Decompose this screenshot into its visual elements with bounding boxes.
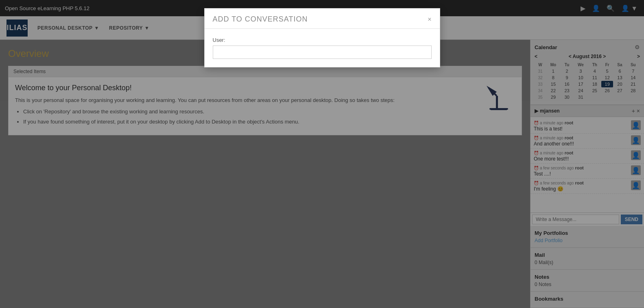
modal-close-button[interactable]: × (428, 16, 431, 23)
modal-overlay: ADD TO CONVERSATION × User: (0, 0, 644, 308)
modal-title: ADD TO CONVERSATION (213, 15, 308, 24)
modal-user-input[interactable] (213, 46, 432, 59)
modal-user-label: User: (213, 37, 432, 43)
modal-dialog: ADD TO CONVERSATION × User: (204, 8, 440, 67)
modal-header: ADD TO CONVERSATION × (205, 9, 440, 29)
modal-body: User: (205, 29, 440, 67)
